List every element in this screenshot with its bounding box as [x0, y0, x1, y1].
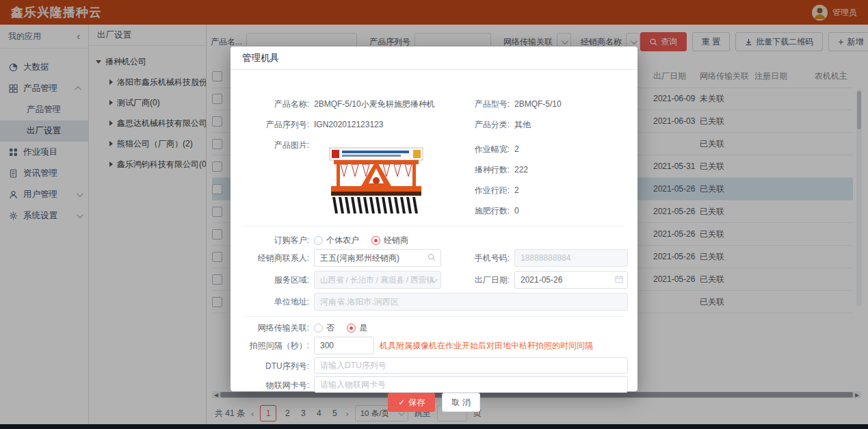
seed-rows-label: 播种行数: [433, 161, 510, 179]
check-icon: ✓ [398, 398, 405, 407]
radio-yes[interactable]: 是 [347, 322, 367, 334]
row-spacing-label: 作业行距: [433, 181, 510, 199]
network-link-radio-group: 否 是 [314, 321, 367, 335]
model-value: 2BMQF-5/10 [514, 95, 562, 113]
manage-equipment-modal: 管理机具 产品名称: 2BMQF-5/10小麦免耕施肥播种机 产品型号: 2BM… [231, 47, 637, 391]
iot-card-input[interactable] [314, 376, 628, 393]
modal-body: 产品名称: 2BMQF-5/10小麦免耕施肥播种机 产品型号: 2BMQF-5/… [231, 70, 637, 392]
seed-rows-value: 222 [514, 161, 528, 179]
radio-individual-farmer[interactable]: 个体农户 [314, 235, 359, 246]
network-link-label: 网络传输关联: [233, 319, 309, 337]
iot-card-label: 物联网卡号: [233, 376, 309, 394]
work-width-label: 作业幅宽: [433, 140, 510, 158]
service-region-label: 服务区域: [233, 271, 309, 289]
product-name-value: 2BMQF-5/10小麦免耕施肥播种机 [314, 95, 435, 113]
photo-interval-input[interactable] [314, 337, 374, 354]
modal-title: 管理机具 [231, 47, 637, 70]
service-region-select: 山西省 / 长治市 / 襄垣县 / 西营镇 [314, 271, 441, 289]
serial-label: 产品序列号: [233, 116, 309, 133]
save-button-label: 保存 [408, 397, 425, 408]
cancel-button[interactable]: 取 消 [442, 393, 479, 412]
save-button[interactable]: ✓ 保存 [388, 393, 435, 412]
work-width-value: 2 [514, 140, 519, 158]
desktop-taskbar-sliver [0, 424, 868, 429]
modal-footer: ✓ 保存 取 消 [231, 393, 637, 412]
dtu-serial-input[interactable] [314, 357, 628, 374]
calendar-icon[interactable] [615, 275, 623, 285]
serial-value: IGN202012123123 [314, 116, 383, 133]
product-image-label: 产品图片: [233, 136, 309, 154]
radio-label: 是 [359, 322, 367, 334]
dealer-contact-label: 经销商联系人: [233, 249, 309, 267]
product-name-label: 产品名称: [233, 95, 309, 113]
cancel-button-label: 取 消 [451, 397, 470, 408]
radio-icon [314, 236, 323, 245]
radio-icon [314, 324, 323, 333]
factory-date-label: 出厂日期: [433, 271, 510, 289]
unit-address-label: 单位地址: [233, 293, 309, 311]
model-label: 产品型号: [433, 95, 510, 113]
fert-rows-value: 0 [514, 202, 519, 220]
customer-type-radio-group: 个体农户 经销商 [314, 233, 408, 247]
radio-icon [347, 324, 356, 333]
factory-date-input[interactable] [514, 271, 628, 289]
radio-icon [371, 236, 380, 245]
customer-type-label: 订购客户: [233, 231, 309, 249]
service-region-value: 山西省 / 长治市 / 襄垣县 / 西营镇 [320, 275, 434, 285]
radio-no[interactable]: 否 [314, 322, 334, 334]
radio-dealer[interactable]: 经销商 [371, 235, 408, 246]
photo-interval-label: 拍照间隔（秒）: [233, 337, 309, 354]
product-image [320, 146, 432, 223]
photo-interval-hint: 机具附属摄像机在作业开始后对田地中秸秆拍照的时间间隔 [380, 337, 593, 354]
phone-input [514, 249, 628, 267]
radio-label: 经销商 [384, 235, 408, 246]
section-divider [244, 316, 624, 317]
section-divider [244, 226, 624, 226]
radio-label: 否 [326, 322, 334, 334]
dtu-serial-label: DTU序列号: [233, 357, 309, 375]
category-value: 其他 [514, 116, 531, 133]
category-label: 产品分类: [433, 116, 510, 133]
radio-label: 个体农户 [326, 235, 359, 246]
row-spacing-value: 2 [514, 181, 519, 199]
unit-address-input [314, 293, 628, 311]
app-root: 鑫乐兴隆播种云 管理员 我的应用 ‹ 大数据 产品管理 产品管理 [0, 0, 868, 429]
dealer-contact-input[interactable] [314, 249, 441, 267]
seeder-machine-illustration [320, 146, 432, 223]
fert-rows-label: 施肥行数: [433, 202, 510, 220]
phone-label: 手机号码: [433, 249, 510, 267]
